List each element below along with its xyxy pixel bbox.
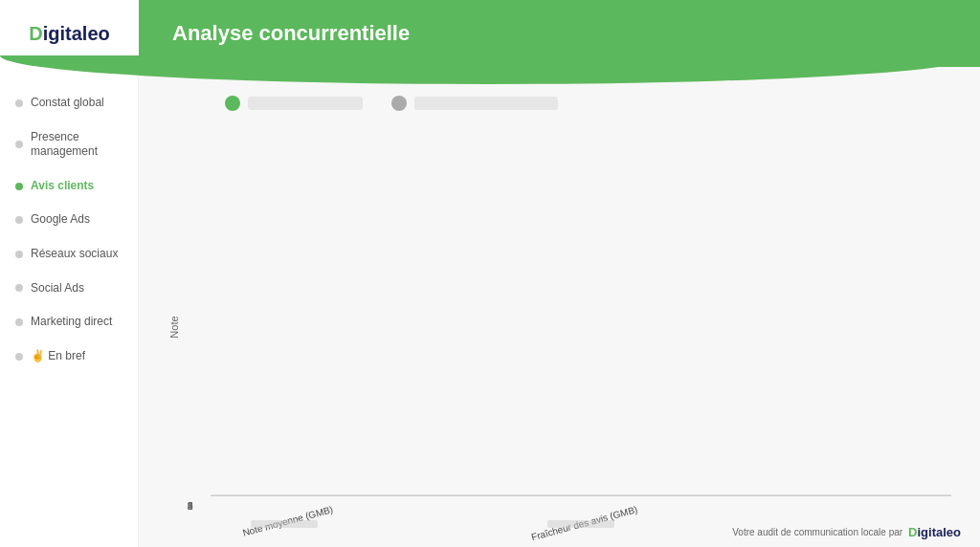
sidebar-item-google-ads[interactable]: Google Ads [0,203,138,237]
sidebar-label-active: Avis clients [31,179,94,194]
sidebar-dot [15,318,23,326]
sidebar: Constat global Presence management Avis … [0,67,139,547]
sidebar-item-avis-clients[interactable]: Avis clients [0,169,138,204]
sidebar-item-social-ads[interactable]: Social Ads [0,272,138,306]
legend-label-gray [414,97,558,110]
sidebar-item-marketing-direct[interactable]: Marketing direct [0,305,138,339]
sidebar-item-constat-global[interactable]: Constat global [0,86,138,120]
sidebar-label: Constat global [31,96,104,111]
legend-dot-green [225,96,240,111]
sidebar-item-presence-management[interactable]: Presence management [0,120,138,169]
footer-logo: Digitaleo [908,525,961,539]
sidebar-item-en-bref[interactable]: ✌️ En bref [0,339,138,374]
page-title: Analyse concurrentielle [172,21,410,46]
legend-dot-gray [391,96,407,111]
sidebar-dot [15,353,23,361]
content-area: Note 5 4 3 2 [139,67,980,547]
x-label-1: Note moyenne (GMB) [211,504,359,528]
chart-container: Note 5 4 3 2 [167,125,951,528]
sidebar-label: Social Ads [31,281,84,296]
chart-inner: 5 4 3 2 1 0 [211,495,951,528]
sidebar-label: ✌️ En bref [31,349,85,364]
header: Digitaleo Analyse concurrentielle [0,0,980,67]
sidebar-dot [15,141,23,148]
grid-line-0: 0 [212,494,951,495]
sidebar-label: Marketing direct [31,315,112,330]
footer: Votre audit de communication locale par … [732,525,961,539]
logo-area: Digitaleo [0,0,139,67]
sidebar-dot [15,99,23,107]
sidebar-label: Presence management [31,130,122,160]
legend-label-green [248,97,363,110]
sidebar-dot [15,284,23,292]
chart-legend [225,96,951,111]
sidebar-dot [15,216,23,224]
sidebar-item-reseaux-sociaux[interactable]: Réseaux sociaux [0,237,138,272]
logo: Digitaleo [29,23,109,45]
legend-item-green [225,96,363,111]
sidebar-dot-active [15,183,23,190]
sidebar-dot [15,251,23,258]
grid-bars: 5 4 3 2 1 0 [211,495,951,496]
y-axis-label: Note [168,316,180,338]
sidebar-label: Réseaux sociaux [31,247,118,262]
footer-text: Votre audit de communication locale par [732,527,902,537]
x-label-3: Fraîcheur des avis (GMB) [507,504,656,528]
x-label-2 [359,504,507,528]
sidebar-label: Google Ads [31,212,90,228]
main-layout: Constat global Presence management Avis … [0,67,980,547]
legend-item-gray [391,96,558,111]
